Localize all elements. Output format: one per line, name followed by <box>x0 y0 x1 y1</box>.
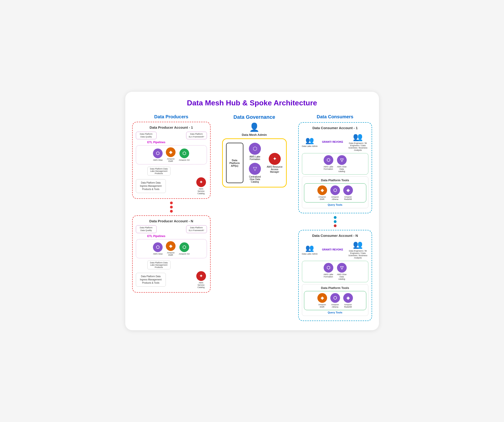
s3-icon-n: ⬡ <box>180 242 189 252</box>
consumers-title: Data Consumers <box>298 114 372 119</box>
emr-label-n: Amazon EMR <box>165 252 176 256</box>
emr-query-label-c1: Amazon EMR <box>317 196 328 200</box>
amazon-s3-n: ⬡ Amazon S3 <box>179 242 190 255</box>
ram-section: ✦ AWS Resource Access Manager <box>267 143 283 183</box>
admin-label-1: Data Lake Admin <box>302 145 318 147</box>
consumer-dot-2 <box>334 220 336 223</box>
producers-column: Data Producers Data Producer Account - 1… <box>132 114 210 293</box>
athena-query-c1: ⬡ Amazon Athena <box>329 185 341 200</box>
producer-n-bottom: Data Platform Data Ingress Management Pr… <box>136 271 207 288</box>
platform-tools-c1: Data Platform Tools ◈ Amazon EMR ⬡ Amazo… <box>302 176 368 208</box>
consumer-n-engineers: 👥 Data Engineers / BI Engineers / Data S… <box>347 240 368 259</box>
platform-tools-cn: Data Platform Tools ◈ Amazon EMR ⬡ Amazo… <box>302 284 368 316</box>
consumer-1-services: ⬡ AWS Lake Formation ▽ AWS Glue Data cat… <box>302 153 368 175</box>
platform-tools-title-cn: Data Platform Tools <box>304 286 366 290</box>
engineers-label-1: Data Engineers / BI Engineers / Data Sci… <box>347 142 368 151</box>
ram-gov-label: AWS Resource Access Manager <box>267 166 283 173</box>
lake-formation-gov: ⬡ AWS Lake Formation <box>246 143 264 160</box>
redshift-query-c1: ◈ Amazon Redshift <box>342 185 354 200</box>
lake-formation-gov-label: AWS Lake Formation <box>247 155 263 160</box>
athena-query-icon-cn: ⬡ <box>330 293 340 303</box>
emr-icon-1: ◈ <box>166 147 175 157</box>
producer-1-bottom: Data Platform Data Ingress Management Pr… <box>136 177 207 195</box>
ram-gov: ✦ AWS Resource Access Manager <box>267 153 283 173</box>
glue-label-n: AWS Glue <box>153 253 163 255</box>
glue-icon-1: ⬡ <box>153 149 163 158</box>
emr-query-cn: ◈ Amazon EMR <box>317 293 328 308</box>
athena-query-label-cn: Amazon Athena <box>329 303 341 308</box>
glue-catalog-cn: ▽ AWS Glue Data catalog <box>336 263 348 280</box>
etl-label-n: ETL Pipelines <box>147 235 207 238</box>
data-lake-mgmt-1: Data Platform Data Lake Management Produ… <box>147 167 170 175</box>
admin-icon-n: 👥 <box>305 244 314 252</box>
aws-glue-n: ⬡ AWS Glue <box>153 242 163 255</box>
producer-dots <box>132 202 210 213</box>
dot-1 <box>170 202 173 204</box>
ram-gov-icon: ✦ <box>269 153 281 165</box>
platform-tools-title-c1: Data Platform Tools <box>304 178 366 182</box>
data-quality-badge-n: Data Platform Data Quality <box>136 225 157 233</box>
consumer-dots <box>298 216 372 227</box>
redshift-query-label-cn: Amazon Redshift <box>342 303 354 308</box>
glue-catalog-icon-c1: ▽ <box>337 155 347 165</box>
mesh-admin: 👤 Data Mesh Admin <box>242 122 267 137</box>
athena-query-label-c1: Amazon Athena <box>329 196 341 200</box>
emr-query-label-cn: Amazon EMR <box>317 303 328 308</box>
main-container: Data Mesh Hub & Spoke Architecture Data … <box>125 92 379 330</box>
mesh-admin-icon: 👤 <box>249 122 259 132</box>
amazon-emr-1: ◈ Amazon EMR <box>165 147 176 162</box>
producer-n-badges: Data Platform Data Quality Data Platform… <box>136 225 207 233</box>
consumer-n-top-row: 👥 Data Lake Admin GRANT/ REVOKE 👥 Data E… <box>302 240 368 259</box>
glue-catalog-gov-label: Centralized Glue Data Catalog <box>247 175 263 183</box>
glue-catalog-label-c1: AWS Glue Data catalog <box>336 166 348 172</box>
grant-revoke-1: GRANT/ REVOKE <box>322 140 343 143</box>
api-box: Data Platform API(s) <box>226 143 243 183</box>
etl-box-n: ⬡ AWS Glue ◈ Amazon EMR ⬡ Amazon S3 <box>136 239 207 258</box>
service-catalog-1: ✦ AWS Service Catalog <box>195 177 207 195</box>
lake-formation-cn: ⬡ AWS Lake Formation <box>323 263 334 280</box>
glue-catalog-gov-icon: ▽ <box>249 163 261 175</box>
producers-title: Data Producers <box>132 114 210 119</box>
lake-formation-label-cn: AWS Lake Formation <box>323 273 334 278</box>
engineers-icon-n: 👥 <box>353 240 363 249</box>
query-tools-label-c1: Query Tools <box>304 203 366 206</box>
glue-catalog-c1: ▽ AWS Glue Data catalog <box>336 155 348 172</box>
service-catalog-icon-1: ✦ <box>196 177 206 187</box>
dot-3 <box>170 210 173 213</box>
producer-1-badges: Data Platform Data Quality Data Platform… <box>136 132 207 139</box>
sla-framework-badge-n: Data Platform SLA Framework* <box>186 225 207 233</box>
aws-glue-1: ⬡ AWS Glue <box>153 149 163 161</box>
athena-query-icon-c1: ⬡ <box>330 185 340 195</box>
service-catalog-label-1: AWS Service Catalog <box>195 188 207 195</box>
governance-services: ⬡ AWS Lake Formation ▽ Centralized Glue … <box>246 143 264 183</box>
etl-label-1: ETL Pipelines <box>147 141 207 144</box>
consumer-1-engineers: 👥 Data Engineers / BI Engineers / Data S… <box>347 132 368 151</box>
lake-formation-label-c1: AWS Lake Formation <box>323 166 334 170</box>
consumer-n-admin: 👥 Data Lake Admin <box>302 244 318 255</box>
emr-query-icon-cn: ◈ <box>317 293 327 303</box>
s3-icon-1: ⬡ <box>180 149 189 158</box>
consumer-1-top-row: 👥 Data Lake Admin GRANT/ REVOKE 👥 Data E… <box>302 132 368 151</box>
glue-label-1: AWS Glue <box>153 159 163 161</box>
emr-query-c1: ◈ Amazon EMR <box>317 185 328 200</box>
service-catalog-label-n: AWS Service Catalog <box>195 282 207 288</box>
query-tools-label-cn: Query Tools <box>304 311 366 314</box>
service-catalog-icon-n: ✦ <box>196 271 206 281</box>
glue-icon-n: ⬡ <box>153 242 163 252</box>
sla-framework-badge-1: Data Platform SLA Framework* <box>186 132 207 139</box>
mesh-admin-label: Data Mesh Admin <box>242 133 267 137</box>
lake-formation-c1: ⬡ AWS Lake Formation <box>323 155 334 172</box>
consumer-n-services: ⬡ AWS Lake Formation ▽ AWS Glue Data cat… <box>302 261 368 282</box>
redshift-query-icon-cn: ◈ <box>343 293 353 303</box>
s3-label-1: Amazon S3 <box>179 159 190 161</box>
dot-2 <box>170 206 173 208</box>
athena-query-cn: ⬡ Amazon Athena <box>329 293 341 308</box>
admin-label-n: Data Lake Admin <box>302 253 318 255</box>
governance-column: Data Governance 👤 Data Mesh Admin Data P… <box>216 114 293 187</box>
engineers-icon-1: 👥 <box>353 132 363 141</box>
glue-catalog-gov: ▽ Centralized Glue Data Catalog <box>246 163 264 183</box>
amazon-s3-1: ⬡ Amazon S3 <box>179 149 190 161</box>
lake-formation-gov-icon: ⬡ <box>249 143 261 155</box>
service-catalog-n: ✦ AWS Service Catalog <box>195 271 207 288</box>
page-title: Data Mesh Hub & Spoke Architecture <box>132 99 372 107</box>
